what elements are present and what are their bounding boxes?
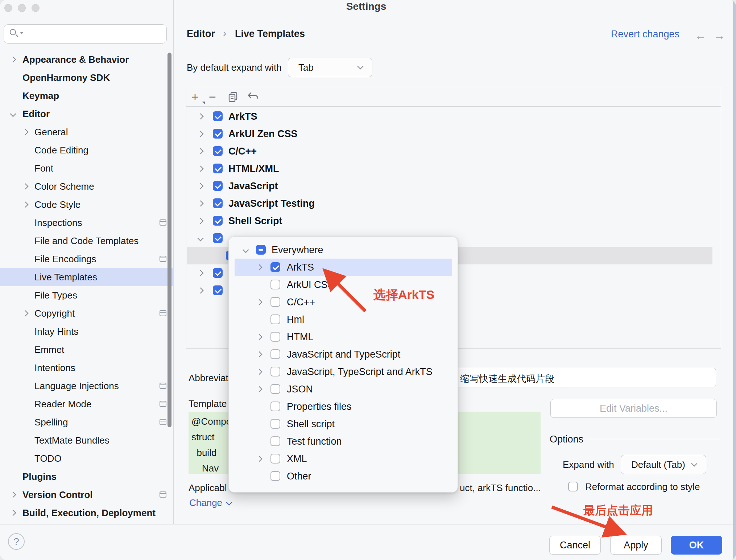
context-checkbox[interactable] (270, 332, 280, 342)
sidebar-item-editor[interactable]: Editor (0, 105, 173, 123)
context-checkbox[interactable] (270, 280, 280, 289)
template-group-row-shell-script[interactable]: Shell Script (187, 212, 712, 230)
context-checkbox[interactable] (270, 314, 280, 324)
cancel-button[interactable]: Cancel (549, 536, 601, 555)
sidebar-item-plugins[interactable]: Plugins (0, 468, 173, 486)
forward-arrow-icon[interactable]: → (714, 29, 725, 42)
context-checkbox[interactable] (256, 245, 266, 255)
context-checkbox[interactable] (270, 454, 280, 464)
chevron-right-icon[interactable] (256, 334, 262, 340)
context-checkbox[interactable] (270, 384, 280, 394)
context-checkbox[interactable] (270, 402, 280, 411)
chevron-right-icon[interactable] (10, 492, 16, 498)
chevron-right-icon[interactable] (22, 202, 29, 208)
template-group-checkbox[interactable] (213, 198, 223, 208)
remove-template-icon[interactable]: − (209, 91, 216, 103)
chevron-right-icon[interactable] (22, 129, 29, 135)
ok-button[interactable]: OK (671, 536, 722, 555)
zoom-window-icon[interactable] (32, 4, 40, 12)
context-checkbox[interactable] (270, 349, 280, 359)
template-group-checkbox[interactable] (213, 233, 223, 243)
sidebar-item-emmet[interactable]: Emmet (0, 341, 173, 359)
context-checkbox[interactable] (270, 262, 280, 272)
template-group-checkbox[interactable] (213, 285, 223, 295)
context-row-html[interactable]: HTML (229, 328, 458, 346)
chevron-right-icon[interactable] (198, 270, 204, 276)
template-group-row-javascript-testing[interactable]: JavaScript Testing (187, 195, 712, 212)
close-window-icon[interactable] (4, 4, 12, 12)
chevron-right-icon[interactable] (256, 351, 262, 358)
revert-changes-link[interactable]: Revert changes (611, 29, 679, 40)
sidebar-item-copyright[interactable]: Copyright (0, 304, 173, 322)
sidebar-item-inspections[interactable]: Inspections (0, 214, 173, 232)
expand-default-dropdown[interactable]: Tab (288, 58, 372, 77)
context-checkbox[interactable] (270, 436, 280, 446)
context-checkbox[interactable] (270, 367, 280, 376)
chevron-right-icon[interactable] (10, 57, 16, 63)
chevron-right-icon[interactable] (198, 201, 204, 207)
context-row-other[interactable]: Other (229, 468, 458, 485)
context-row-json[interactable]: JSON (229, 380, 458, 398)
chevron-right-icon[interactable] (198, 183, 204, 189)
sidebar-item-appearance-behavior[interactable]: Appearance & Behavior (0, 50, 173, 69)
context-row-shell-script[interactable]: Shell script (229, 415, 458, 433)
chevron-down-icon[interactable] (10, 111, 16, 117)
sidebar-item-language-injections[interactable]: Language Injections (0, 377, 173, 395)
sidebar-item-file-and-code-templates[interactable]: File and Code Templates (0, 232, 173, 250)
template-group-checkbox[interactable] (213, 111, 223, 121)
add-template-icon[interactable]: + (191, 91, 199, 103)
context-checkbox[interactable] (270, 297, 280, 307)
sidebar-item-font[interactable]: Font (0, 159, 173, 177)
sidebar-item-openharmony-sdk[interactable]: OpenHarmony SDK (0, 69, 173, 87)
context-row-javascript-and-typescript[interactable]: JavaScript and TypeScript (229, 346, 458, 363)
chevron-right-icon[interactable] (198, 114, 204, 120)
template-group-checkbox[interactable] (213, 146, 223, 156)
context-row-everywhere[interactable]: Everywhere (229, 241, 458, 259)
chevron-right-icon[interactable] (256, 264, 262, 271)
context-row-arkts[interactable]: ArkTS (235, 259, 452, 276)
add-template-dropdown-icon[interactable] (202, 102, 205, 104)
duplicate-icon[interactable] (228, 92, 239, 103)
sidebar-item-textmate-bundles[interactable]: TextMate Bundles (0, 431, 173, 449)
back-arrow-icon[interactable]: ← (695, 29, 706, 42)
minimize-window-icon[interactable] (18, 4, 26, 12)
sidebar-item-intentions[interactable]: Intentions (0, 359, 173, 377)
sidebar-item-todo[interactable]: TODO (0, 449, 173, 468)
chevron-down-icon[interactable] (243, 247, 249, 253)
chevron-right-icon[interactable] (198, 148, 204, 155)
chevron-right-icon[interactable] (256, 299, 262, 305)
context-row-xml[interactable]: XML (229, 450, 458, 468)
chevron-right-icon[interactable] (22, 184, 29, 190)
template-group-checkbox[interactable] (213, 129, 223, 139)
chevron-right-icon[interactable] (22, 310, 29, 317)
sidebar-scrollbar[interactable] (168, 53, 171, 427)
sidebar-item-reader-mode[interactable]: Reader Mode (0, 395, 173, 413)
chevron-down-icon[interactable] (198, 235, 204, 242)
search-options-chevron-icon[interactable] (20, 32, 24, 34)
sidebar-item-code-style[interactable]: Code Style (0, 195, 173, 214)
sidebar-item-code-editing[interactable]: Code Editing (0, 141, 173, 159)
sidebar-item-color-scheme[interactable]: Color Scheme (0, 177, 173, 195)
expand-with-dropdown[interactable]: Default (Tab) (621, 455, 706, 474)
context-row-hml[interactable]: Hml (229, 311, 458, 328)
template-group-checkbox[interactable] (213, 268, 223, 278)
context-row-test-function[interactable]: Test function (229, 433, 458, 450)
chevron-right-icon[interactable] (198, 131, 204, 137)
chevron-right-icon[interactable] (256, 386, 262, 392)
change-link[interactable]: Change (189, 497, 222, 508)
sidebar-item-build-execution-deployment[interactable]: Build, Execution, Deployment (0, 504, 173, 522)
chevron-right-icon[interactable] (198, 166, 204, 172)
sidebar-item-live-templates[interactable]: Live Templates (0, 268, 173, 286)
template-group-row-javascript[interactable]: JavaScript (187, 177, 712, 195)
reformat-checkbox[interactable] (568, 482, 578, 491)
template-group-row-arkts[interactable]: ArkTS (187, 108, 712, 125)
template-group-checkbox[interactable] (213, 164, 223, 173)
sidebar-item-inlay-hints[interactable]: Inlay Hints (0, 322, 173, 341)
help-button[interactable]: ? (8, 533, 25, 550)
template-group-row-arkui-zen-css[interactable]: ArkUI Zen CSS (187, 125, 712, 143)
sidebar-item-file-types[interactable]: File Types (0, 286, 173, 304)
chevron-right-icon[interactable] (10, 510, 16, 516)
breadcrumb-editor[interactable]: Editor (187, 28, 215, 40)
template-group-row-c-c-[interactable]: C/C++ (187, 143, 712, 160)
search-input[interactable] (4, 24, 167, 44)
